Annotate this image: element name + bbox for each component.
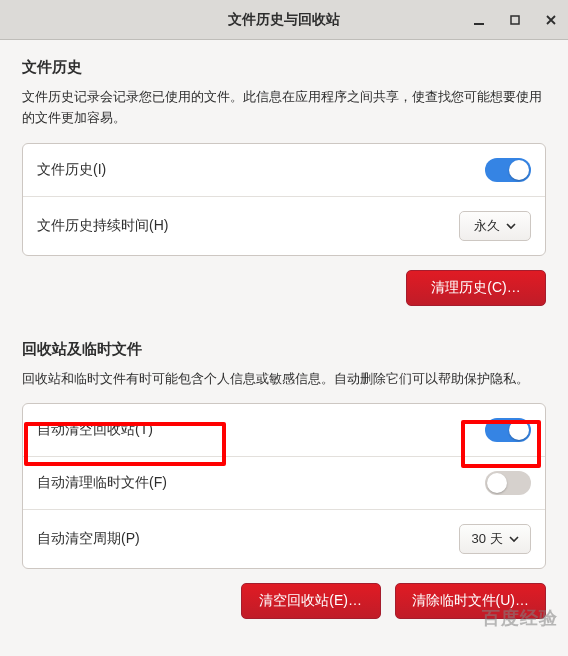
- content-area: 文件历史 文件历史记录会记录您已使用的文件。此信息在应用程序之间共享，使查找您可…: [0, 40, 568, 619]
- file-history-list: 文件历史(I) 文件历史持续时间(H) 永久: [22, 143, 546, 256]
- titlebar: 文件历史与回收站: [0, 0, 568, 40]
- clear-history-button[interactable]: 清理历史(C)…: [406, 270, 546, 306]
- auto-purge-period-row: 自动清空周期(P) 30 天: [23, 510, 545, 568]
- file-history-duration-label: 文件历史持续时间(H): [37, 217, 168, 235]
- auto-empty-trash-row: 自动清空回收站(T): [23, 404, 545, 457]
- file-history-duration-combo[interactable]: 永久: [459, 211, 531, 241]
- window-title: 文件历史与回收站: [228, 11, 340, 29]
- window-controls: [468, 0, 562, 39]
- file-history-actions: 清理历史(C)…: [22, 270, 546, 306]
- chevron-down-icon: [509, 534, 519, 544]
- file-history-desc: 文件历史记录会记录您已使用的文件。此信息在应用程序之间共享，使查找您可能想要使用…: [22, 87, 546, 129]
- chevron-down-icon: [506, 221, 516, 231]
- auto-empty-trash-label: 自动清空回收站(T): [37, 421, 153, 439]
- file-history-duration-row: 文件历史持续时间(H) 永久: [23, 197, 545, 255]
- file-history-duration-value: 永久: [474, 217, 500, 235]
- auto-purge-period-combo[interactable]: 30 天: [459, 524, 531, 554]
- auto-purge-period-label: 自动清空周期(P): [37, 530, 140, 548]
- minimize-button[interactable]: [468, 9, 490, 31]
- clear-temp-button[interactable]: 清除临时文件(U)…: [395, 583, 546, 619]
- svg-rect-0: [474, 23, 484, 25]
- auto-clear-temp-switch[interactable]: [485, 471, 531, 495]
- file-history-title: 文件历史: [22, 58, 546, 77]
- trash-section-title: 回收站及临时文件: [22, 340, 546, 359]
- auto-purge-period-value: 30 天: [471, 530, 502, 548]
- file-history-row: 文件历史(I): [23, 144, 545, 197]
- trash-actions: 清空回收站(E)… 清除临时文件(U)…: [22, 583, 546, 619]
- trash-section-desc: 回收站和临时文件有时可能包含个人信息或敏感信息。自动删除它们可以帮助保护隐私。: [22, 369, 546, 390]
- svg-rect-1: [511, 16, 519, 24]
- auto-clear-temp-row: 自动清理临时文件(F): [23, 457, 545, 510]
- trash-list: 自动清空回收站(T) 自动清理临时文件(F) 自动清空周期(P) 30 天: [22, 403, 546, 569]
- file-history-label: 文件历史(I): [37, 161, 106, 179]
- empty-trash-button[interactable]: 清空回收站(E)…: [241, 583, 381, 619]
- file-history-switch[interactable]: [485, 158, 531, 182]
- auto-empty-trash-switch[interactable]: [485, 418, 531, 442]
- auto-clear-temp-label: 自动清理临时文件(F): [37, 474, 167, 492]
- close-button[interactable]: [540, 9, 562, 31]
- maximize-button[interactable]: [504, 9, 526, 31]
